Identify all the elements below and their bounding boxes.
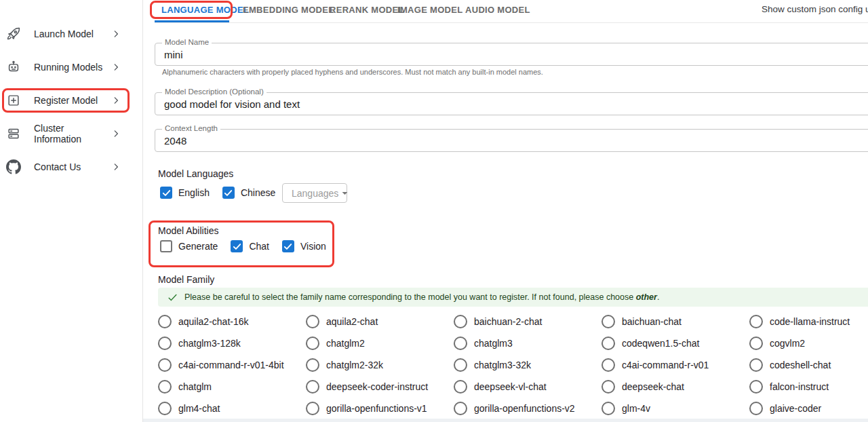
radio-unselected-icon — [306, 402, 319, 415]
family-radio-c4ai-command-r-v01-4bit[interactable]: c4ai-command-r-v01-4bit — [158, 358, 306, 372]
tab-rerank-model[interactable]: RERANK MODEL — [330, 5, 404, 15]
checkbox-label: Generate — [178, 241, 218, 252]
context-length-value: 2048 — [164, 135, 186, 147]
family-radio-codeshell-chat[interactable]: codeshell-chat — [749, 358, 868, 372]
chevron-right-icon — [111, 96, 121, 105]
family-radio-deepseek-vl-chat[interactable]: deepseek-vl-chat — [454, 380, 601, 394]
family-radio-glm-4v[interactable]: glm-4v — [601, 402, 749, 415]
radio-unselected-icon — [158, 380, 172, 394]
checked-checkbox-icon — [282, 240, 294, 252]
model-description-field[interactable]: Model Description (Optional) good model … — [155, 92, 868, 115]
radio-label: baichuan-chat — [622, 316, 682, 327]
radio-unselected-icon — [601, 337, 615, 350]
rocket-icon — [6, 26, 21, 41]
radio-label: gorilla-openfunctions-v2 — [474, 403, 575, 414]
context-length-label: Context Length — [162, 124, 220, 132]
family-radio-chatglm3-32k[interactable]: chatglm3-32k — [454, 358, 601, 372]
family-radio-falcon-instruct[interactable]: falcon-instruct — [749, 380, 868, 394]
radio-label: deepseek-coder-instruct — [326, 381, 428, 392]
unchecked-checkbox-icon — [160, 240, 172, 252]
radio-label: gorilla-openfunctions-v1 — [326, 403, 427, 414]
show-json-config-link[interactable]: Show custom json config used b — [762, 4, 868, 14]
chevron-right-icon — [111, 29, 121, 39]
sidebar-item-cluster-information[interactable]: Cluster Information — [0, 122, 133, 145]
sidebar-item-label: Cluster Information — [34, 123, 111, 145]
alert-emphasis: other — [636, 292, 657, 302]
ability-vision-checkbox[interactable]: Vision — [282, 240, 326, 252]
tab-embedding-model[interactable]: EMBEDDING MODEL — [243, 5, 334, 15]
radio-unselected-icon — [158, 402, 172, 415]
radio-label: deepseek-vl-chat — [474, 381, 547, 392]
family-radio-chatglm3-128k[interactable]: chatglm3-128k — [158, 337, 306, 350]
family-radio-gorilla-openfunctions-v2[interactable]: gorilla-openfunctions-v2 — [454, 402, 601, 415]
sidebar: Launch ModelRunning ModelsRegister Model… — [0, 0, 142, 422]
family-radio-c4ai-command-r-v01[interactable]: c4ai-command-r-v01 — [601, 358, 749, 372]
language-english-checkbox[interactable]: English — [160, 187, 210, 199]
radio-unselected-icon — [454, 402, 467, 415]
checkbox-label: Chat — [249, 241, 269, 252]
checkbox-label: Chinese — [241, 187, 275, 198]
bottom-strip — [143, 419, 868, 422]
tab-audio-model[interactable]: AUDIO MODEL — [465, 5, 530, 15]
family-radio-deepseek-chat[interactable]: deepseek-chat — [601, 380, 749, 394]
sidebar-item-register-model[interactable]: Register Model — [0, 89, 133, 112]
checkbox-label: English — [178, 187, 210, 198]
language-chinese-checkbox[interactable]: Chinese — [222, 187, 275, 199]
family-radio-deepseek-coder-instruct[interactable]: deepseek-coder-instruct — [306, 380, 454, 394]
radio-label: glm-4v — [622, 403, 650, 414]
family-radio-baichuan-2-chat[interactable]: baichuan-2-chat — [454, 315, 601, 328]
model-family-grid: aquila2-chat-16kaquila2-chatbaichuan-2-c… — [158, 311, 868, 419]
family-radio-baichuan-chat[interactable]: baichuan-chat — [601, 315, 749, 328]
family-radio-chatglm2-32k[interactable]: chatglm2-32k — [306, 358, 454, 372]
sidebar-item-launch-model[interactable]: Launch Model — [0, 22, 133, 45]
radio-unselected-icon — [749, 337, 763, 350]
radio-unselected-icon — [749, 315, 763, 328]
radio-unselected-icon — [306, 315, 319, 328]
ability-generate-checkbox[interactable]: Generate — [160, 240, 218, 252]
checkbox-label: Vision — [300, 241, 326, 252]
context-length-field[interactable]: Context Length 2048 — [155, 129, 868, 152]
model-name-label: Model Name — [162, 38, 212, 46]
family-radio-chatglm[interactable]: chatglm — [158, 380, 306, 394]
radio-unselected-icon — [601, 402, 615, 415]
radio-label: c4ai-command-r-v01-4bit — [178, 360, 284, 370]
radio-label: codeshell-chat — [770, 360, 831, 370]
radio-label: chatglm3 — [474, 338, 513, 349]
radio-unselected-icon — [601, 380, 615, 394]
radio-unselected-icon — [454, 358, 467, 372]
family-radio-aquila2-chat[interactable]: aquila2-chat — [306, 315, 454, 328]
family-radio-code-llama-instruct[interactable]: code-llama-instruct — [749, 315, 868, 328]
languages-select[interactable]: Languages — [282, 183, 347, 203]
family-radio-chatglm2[interactable]: chatglm2 — [306, 337, 454, 350]
model-languages-options: EnglishChinese — [160, 187, 288, 199]
ability-chat-checkbox[interactable]: Chat — [231, 240, 269, 252]
radio-unselected-icon — [158, 358, 172, 372]
chevron-right-icon — [111, 62, 121, 72]
radio-label: aquila2-chat — [326, 316, 378, 327]
radio-label: codeqwen1.5-chat — [622, 338, 699, 349]
family-radio-gorilla-openfunctions-v1[interactable]: gorilla-openfunctions-v1 — [306, 402, 454, 415]
family-radio-aquila2-chat-16k[interactable]: aquila2-chat-16k — [158, 315, 306, 328]
family-radio-chatglm3[interactable]: chatglm3 — [454, 337, 601, 350]
radio-label: c4ai-command-r-v01 — [622, 360, 709, 370]
sidebar-item-contact-us[interactable]: Contact Us — [0, 155, 133, 178]
family-radio-glaive-coder[interactable]: glaive-coder — [749, 402, 868, 415]
radio-unselected-icon — [306, 380, 319, 394]
radio-label: chatglm3-128k — [178, 338, 241, 349]
sidebar-item-label: Contact Us — [34, 161, 81, 172]
family-radio-cogvlm2[interactable]: cogvlm2 — [749, 337, 868, 350]
model-abilities-title: Model Abilities — [158, 225, 219, 236]
tab-language-model[interactable]: LANGUAGE MODEL — [161, 5, 249, 15]
family-radio-glm4-chat[interactable]: glm4-chat — [158, 402, 306, 415]
robot-icon — [6, 60, 21, 75]
family-radio-codeqwen1-5-chat[interactable]: codeqwen1.5-chat — [601, 337, 749, 350]
tab-image-model[interactable]: IMAGE MODEL — [397, 5, 462, 15]
radio-unselected-icon — [306, 358, 319, 372]
model-name-field[interactable]: Model Name mini — [155, 43, 868, 66]
model-name-helper-text: Alphanumeric characters with properly pl… — [162, 68, 543, 76]
radio-label: glm4-chat — [178, 403, 220, 414]
sidebar-item-running-models[interactable]: Running Models — [0, 56, 133, 79]
model-description-value: good model for vision and text — [164, 98, 300, 110]
radio-label: chatglm — [178, 381, 212, 392]
radio-unselected-icon — [749, 358, 763, 372]
